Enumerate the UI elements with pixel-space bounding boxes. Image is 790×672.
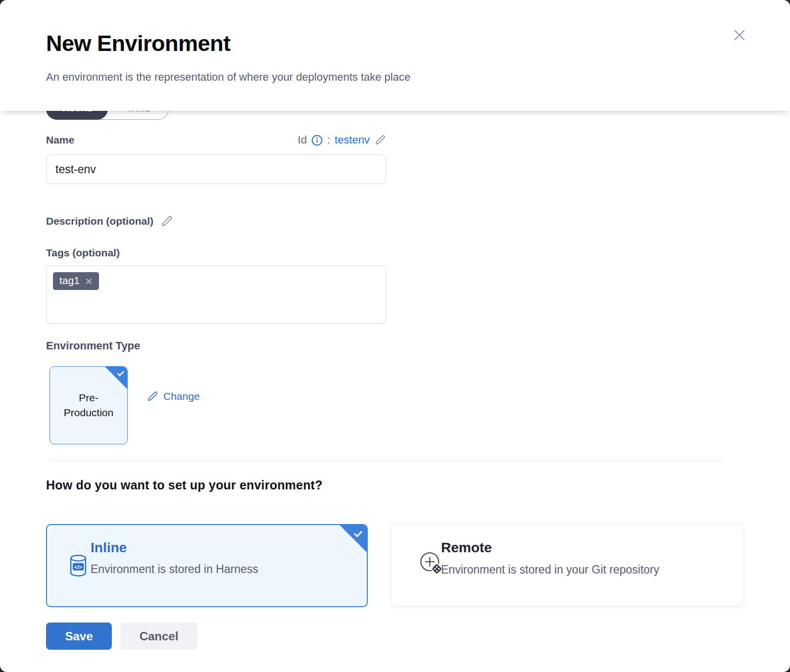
option-title: Inline (91, 540, 127, 556)
pencil-icon (147, 390, 158, 402)
new-environment-dialog: VISUAL YAML New Environment An environme… (0, 0, 790, 672)
option-card-inline[interactable]: </> Inline Environment is stored in Harn… (46, 524, 368, 607)
tags-label: Tags (optional) (46, 247, 120, 259)
description-label: Description (optional) (46, 215, 153, 227)
close-icon (731, 27, 748, 44)
info-icon (311, 135, 323, 146)
name-input[interactable] (46, 154, 386, 184)
option-description: Environment is stored in Harness (91, 563, 258, 576)
pencil-icon (160, 215, 173, 228)
option-card-remote[interactable]: Remote Environment is stored in your Git… (391, 524, 744, 606)
id-label: Id (298, 134, 307, 146)
tag-chip-label: tag1 (59, 275, 80, 287)
dialog-header: New Environment An environment is the re… (0, 0, 790, 111)
change-label: Change (163, 390, 200, 402)
tag-chip: tag1 ✕ (53, 272, 99, 290)
setup-heading: How do you want to set up your environme… (46, 478, 323, 492)
remove-tag-button[interactable]: ✕ (85, 276, 93, 286)
change-environment-type-button[interactable]: Change (147, 390, 200, 402)
entity-id-row: Id : testenv (46, 134, 386, 146)
description-row: Description (optional) (46, 215, 173, 228)
option-description: Environment is stored in your Git reposi… (441, 563, 659, 576)
id-value: testenv (335, 134, 370, 146)
environment-type-value: Pre-Production (50, 390, 127, 421)
inline-database-code-icon: </> (68, 554, 89, 578)
id-separator: : (327, 134, 330, 146)
checkmark-icon (352, 528, 364, 539)
environment-type-card-preproduction[interactable]: Pre-Production (49, 366, 128, 444)
id-info-button[interactable] (311, 135, 323, 146)
cancel-button[interactable]: Cancel (120, 623, 198, 650)
edit-description-button[interactable] (160, 215, 173, 228)
checkmark-icon (116, 369, 125, 378)
option-title: Remote (441, 540, 492, 556)
svg-text:</>: </> (74, 564, 83, 570)
page-title: New Environment (46, 31, 231, 56)
dialog-subtitle: An environment is the representation of … (46, 71, 410, 84)
pencil-icon (374, 134, 386, 146)
environment-type-label: Environment Type (46, 339, 140, 352)
section-divider (49, 460, 724, 461)
tags-input[interactable]: tag1 ✕ (46, 265, 386, 324)
edit-id-button[interactable] (374, 134, 386, 146)
save-button[interactable]: Save (46, 623, 112, 650)
close-button[interactable] (730, 26, 749, 46)
